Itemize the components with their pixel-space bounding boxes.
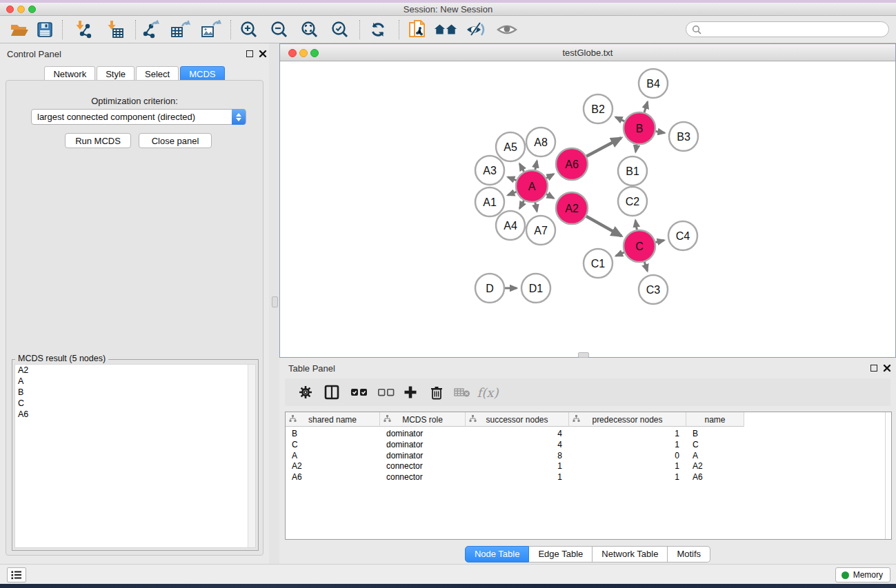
- table-cell[interactable]: 1: [466, 472, 569, 483]
- hide-graphics-details-button[interactable]: [464, 19, 488, 41]
- column-header-name[interactable]: name: [686, 412, 744, 427]
- home-button[interactable]: [434, 19, 457, 41]
- list-scrollbar[interactable]: [248, 365, 255, 547]
- graph-edge-A-A1[interactable]: [508, 192, 516, 195]
- float-panel-icon[interactable]: [246, 50, 253, 57]
- graph-edge-B-B1[interactable]: [635, 145, 637, 152]
- export-table-button[interactable]: [169, 19, 192, 41]
- table-cell[interactable]: 4: [466, 428, 569, 439]
- table-scrollbar[interactable]: [885, 412, 891, 539]
- graph-node-B4[interactable]: B4: [639, 69, 668, 98]
- table-cell[interactable]: 1: [569, 439, 686, 450]
- table-cell[interactable]: A6: [686, 472, 744, 483]
- column-header-successor-nodes[interactable]: successor nodes: [466, 412, 569, 427]
- graph-node-A6[interactable]: A6: [556, 148, 588, 180]
- export-network-button[interactable]: [140, 19, 163, 41]
- show-columns-button[interactable]: [321, 381, 343, 403]
- network-window-titlebar[interactable]: testGlobe.txt: [280, 44, 895, 61]
- graph-edge-B-B4[interactable]: [644, 102, 648, 112]
- graph-node-D[interactable]: D: [475, 274, 504, 303]
- import-table-button[interactable]: [103, 19, 126, 41]
- zoom-selected-button[interactable]: [328, 19, 352, 41]
- graph-node-C1[interactable]: C1: [584, 249, 613, 278]
- graph-edge-C-C4[interactable]: [655, 240, 664, 242]
- table-cell[interactable]: dominator: [380, 450, 466, 461]
- table-cell[interactable]: connector: [380, 472, 466, 483]
- table-row[interactable]: Bdominator41B: [286, 428, 744, 439]
- table-cell[interactable]: connector: [380, 460, 466, 472]
- column-header-shared-name[interactable]: shared name: [286, 412, 380, 427]
- refresh-view-button[interactable]: [366, 19, 390, 41]
- table-settings-button[interactable]: [295, 381, 317, 403]
- memory-button[interactable]: Memory: [835, 567, 890, 582]
- search-input[interactable]: [701, 25, 888, 34]
- close-table-panel-icon[interactable]: [883, 364, 891, 372]
- vertical-split-handle[interactable]: [272, 296, 278, 307]
- table-row[interactable]: Cdominator41C: [286, 439, 744, 450]
- table-cell[interactable]: A: [686, 450, 744, 461]
- tab-node-table[interactable]: Node Table: [465, 546, 530, 562]
- table-cell[interactable]: 1: [466, 460, 569, 472]
- graph-node-A[interactable]: A: [516, 170, 548, 202]
- graph-edge-C-C1[interactable]: [616, 252, 624, 256]
- dropdown-stepper-icon[interactable]: [232, 109, 246, 125]
- table-cell[interactable]: 1: [569, 472, 686, 483]
- graph-edge-A-A2[interactable]: [546, 194, 554, 199]
- graph-edge-A6-B[interactable]: [586, 138, 621, 156]
- table-row[interactable]: A2connector11A2: [286, 460, 744, 472]
- node-table[interactable]: shared nameMCDS rolesuccessor nodesprede…: [285, 412, 892, 540]
- column-header-MCDS-role[interactable]: MCDS role: [380, 412, 466, 427]
- graph-edge-C-C3[interactable]: [644, 262, 647, 271]
- graph-node-B[interactable]: B: [624, 112, 655, 144]
- graph-node-C2[interactable]: C2: [618, 187, 647, 216]
- graph-edge-B-B3[interactable]: [656, 131, 665, 132]
- graph-node-A3[interactable]: A3: [475, 156, 504, 185]
- graph-edge-A-A6[interactable]: [546, 174, 554, 178]
- mcds-result-item[interactable]: C: [15, 398, 255, 409]
- tab-edge-table[interactable]: Edge Table: [529, 546, 593, 562]
- graph-edge-A-A4[interactable]: [519, 201, 524, 208]
- criterion-dropdown[interactable]: largest connected component (directed): [31, 109, 246, 125]
- tab-network-table[interactable]: Network Table: [593, 546, 668, 562]
- graph-node-A2[interactable]: A2: [556, 192, 588, 224]
- table-cell[interactable]: B: [286, 428, 380, 439]
- graph-edge-A2-C[interactable]: [586, 216, 621, 236]
- save-session-button[interactable]: [33, 19, 57, 41]
- graph-node-D1[interactable]: D1: [521, 274, 550, 303]
- graph-node-A1[interactable]: A1: [475, 187, 504, 216]
- search-box[interactable]: [686, 21, 889, 37]
- graph-node-A4[interactable]: A4: [496, 211, 525, 240]
- show-graphics-details-button[interactable]: [495, 19, 519, 41]
- mcds-result-item[interactable]: A: [15, 376, 255, 387]
- graph-edge-A-A5[interactable]: [519, 164, 524, 172]
- task-history-button[interactable]: [7, 567, 26, 582]
- table-cell[interactable]: A: [286, 450, 380, 461]
- table-cell[interactable]: 1: [569, 460, 686, 472]
- zoom-in-button[interactable]: [237, 19, 261, 41]
- graph-node-B3[interactable]: B3: [669, 122, 698, 151]
- table-row[interactable]: Adominator80A: [286, 450, 744, 461]
- table-cell[interactable]: C: [286, 439, 380, 450]
- table-cell[interactable]: C: [686, 439, 744, 450]
- table-cell[interactable]: A2: [286, 460, 380, 472]
- open-session-button[interactable]: [8, 19, 31, 41]
- tab-motifs[interactable]: Motifs: [668, 546, 710, 562]
- graph-node-A5[interactable]: A5: [496, 132, 525, 161]
- table-cell[interactable]: dominator: [380, 439, 466, 450]
- zoom-fit-button[interactable]: [298, 19, 321, 41]
- table-cell[interactable]: 4: [466, 439, 569, 450]
- table-row[interactable]: A6connector11A6: [286, 472, 744, 483]
- close-panel-button[interactable]: Close panel: [139, 133, 212, 148]
- network-graph[interactable]: B4B2BB3A8A5A6A3B1AA1C2A2A4A7C4CC1C3DD1: [280, 61, 895, 357]
- graph-node-C[interactable]: C: [624, 230, 655, 262]
- graph-node-C4[interactable]: C4: [668, 221, 697, 250]
- graph-node-B1[interactable]: B1: [618, 156, 647, 185]
- graph-edge-A-A8[interactable]: [535, 161, 537, 170]
- deselect-all-button[interactable]: [375, 381, 397, 403]
- table-cell[interactable]: 0: [569, 450, 686, 461]
- graph-node-C3[interactable]: C3: [639, 275, 668, 304]
- mcds-result-item[interactable]: B: [15, 387, 255, 398]
- close-panel-icon[interactable]: [259, 50, 267, 58]
- function-builder-button[interactable]: f(x): [477, 381, 499, 403]
- graph-node-B2[interactable]: B2: [584, 94, 613, 123]
